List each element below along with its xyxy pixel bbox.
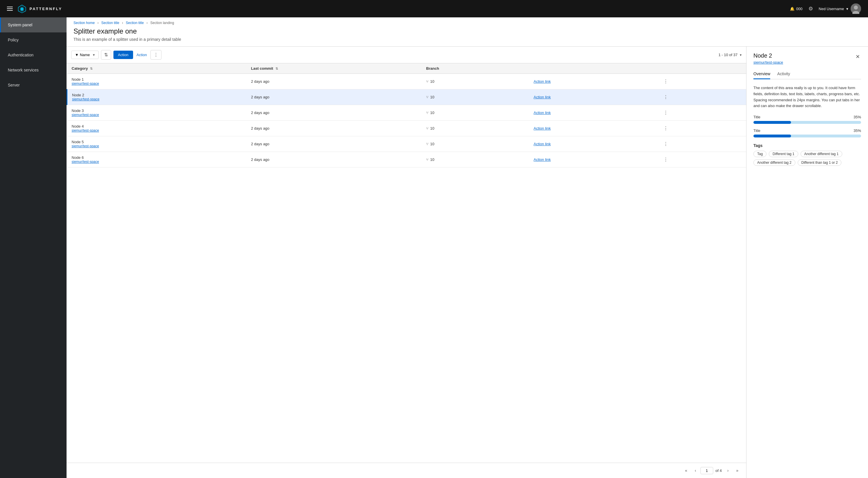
user-menu[interactable]: Ned Username ▾: [819, 3, 861, 14]
tags-title: Tags: [753, 143, 861, 148]
tag-item-1[interactable]: Different tag 1: [769, 151, 798, 157]
cell-last-commit: 2 days ago: [246, 121, 421, 136]
action-link-button[interactable]: Action: [135, 51, 148, 59]
cell-category: Node 6 siemur/test-space: [67, 152, 247, 167]
pagination-summary: 1 - 10 of 37 ▾: [718, 53, 742, 57]
settings-icon[interactable]: ⚙: [808, 5, 813, 12]
tag-item-0[interactable]: Tag: [753, 151, 767, 157]
action-primary-button[interactable]: Action: [114, 51, 133, 59]
cell-action-link[interactable]: Action link: [529, 89, 656, 105]
detail-description: The content of this area really is up to…: [753, 85, 861, 109]
row-action-link[interactable]: Action link: [533, 142, 551, 146]
breadcrumb-section-title-2[interactable]: Section title: [126, 21, 144, 25]
node-name: Node 6: [72, 155, 84, 160]
row-action-link[interactable]: Action link: [533, 79, 551, 84]
nav-actions: 🔔 000 ⚙ Ned Username ▾: [790, 3, 861, 14]
detail-header: Node 2 siemur/test-space ✕: [746, 46, 868, 65]
filter-label: Name: [80, 53, 90, 57]
sidebar-item-system-panel[interactable]: System panel: [0, 18, 66, 32]
progress-fill-1: [753, 134, 791, 137]
node-link[interactable]: siemur/test-space: [72, 128, 242, 132]
progress-section-1: Title 35%: [753, 128, 861, 137]
cell-row-more[interactable]: ⋮: [656, 152, 746, 167]
tags-section: Tags TagDifferent tag 1Another different…: [753, 143, 861, 166]
tab-overview[interactable]: Overview: [753, 69, 770, 79]
row-more-button[interactable]: ⋮: [661, 77, 671, 85]
table-area: ▼ Name ▾ ⇅ Action Action ⋮ 1 - 10 of 37 …: [66, 46, 868, 478]
cell-row-more[interactable]: ⋮: [656, 89, 746, 105]
sidebar-item-policy[interactable]: Policy: [0, 32, 66, 47]
branch-icon: ⑂: [426, 142, 429, 146]
table-row[interactable]: Node 4 siemur/test-space 2 days ago ⑂ 10…: [67, 121, 746, 136]
node-link[interactable]: siemur/test-space: [72, 113, 242, 117]
breadcrumb: Section home › Section title › Section t…: [66, 18, 868, 25]
detail-link[interactable]: siemur/test-space: [753, 60, 783, 65]
prev-page-button[interactable]: ‹: [691, 467, 699, 475]
first-page-button[interactable]: «: [682, 467, 690, 475]
cell-row-more[interactable]: ⋮: [656, 121, 746, 136]
svg-point-4: [854, 5, 858, 9]
sidebar-item-network-services[interactable]: Network services: [0, 63, 66, 77]
breadcrumb-section-title-1[interactable]: Section title: [101, 21, 119, 25]
cell-action-link[interactable]: Action link: [529, 121, 656, 136]
tag-item-2[interactable]: Another different tag 1: [801, 151, 842, 157]
row-action-link[interactable]: Action link: [533, 95, 551, 99]
cell-action-link[interactable]: Action link: [529, 136, 656, 152]
table-row[interactable]: Node 5 siemur/test-space 2 days ago ⑂ 10…: [67, 136, 746, 152]
cell-row-more[interactable]: ⋮: [656, 105, 746, 121]
toolbar-more-button[interactable]: ⋮: [151, 50, 161, 60]
breadcrumb-current: Section landing: [151, 21, 174, 25]
row-more-button[interactable]: ⋮: [661, 156, 671, 163]
row-more-button[interactable]: ⋮: [661, 109, 671, 117]
tag-item-3[interactable]: Another different tag 2: [753, 159, 795, 166]
breadcrumb-section-home[interactable]: Section home: [73, 21, 95, 25]
branch-count: 10: [430, 95, 434, 99]
sort-button[interactable]: ⇅: [101, 50, 111, 60]
row-action-link[interactable]: Action link: [533, 110, 551, 115]
detail-title-area: Node 2 siemur/test-space: [753, 52, 783, 65]
data-table: Category ⇅ Last commit ⇅ Branch Node 1 s…: [66, 63, 746, 463]
sidebar: System panelPolicyAuthenticationNetwork …: [0, 18, 66, 478]
progress-pct-0: 35%: [854, 115, 861, 119]
node-link[interactable]: siemur/test-space: [72, 160, 242, 164]
cell-last-commit: 2 days ago: [246, 105, 421, 121]
cell-action-link[interactable]: Action link: [529, 105, 656, 121]
cell-branch: ⑂ 10: [422, 152, 529, 167]
cell-action-link[interactable]: Action link: [529, 74, 656, 89]
page-number-input[interactable]: [701, 467, 713, 474]
cell-row-more[interactable]: ⋮: [656, 136, 746, 152]
cell-branch: ⑂ 10: [422, 74, 529, 89]
progress-fill-0: [753, 121, 791, 124]
filter-dropdown[interactable]: ▼ Name ▾: [71, 51, 99, 59]
table-row[interactable]: Node 3 siemur/test-space 2 days ago ⑂ 10…: [67, 105, 746, 121]
sidebar-item-server[interactable]: Server: [0, 77, 66, 93]
node-link[interactable]: siemur/test-space: [72, 82, 242, 86]
tab-activity[interactable]: Activity: [777, 69, 790, 79]
cell-row-more[interactable]: ⋮: [656, 74, 746, 89]
col-last-commit: Last commit ⇅: [246, 63, 421, 74]
page-header: Splitter example one This is an example …: [66, 25, 868, 46]
row-more-button[interactable]: ⋮: [661, 140, 671, 148]
node-link[interactable]: siemur/test-space: [72, 144, 242, 148]
row-more-button[interactable]: ⋮: [661, 124, 671, 132]
avatar: [850, 3, 861, 14]
col-category: Category ⇅: [67, 63, 247, 74]
hamburger-menu[interactable]: [7, 7, 13, 11]
node-link[interactable]: siemur/test-space: [72, 97, 242, 101]
notifications-button[interactable]: 🔔 000: [790, 7, 803, 11]
table-row[interactable]: Node 2 siemur/test-space 2 days ago ⑂ 10…: [67, 89, 746, 105]
row-more-button[interactable]: ⋮: [661, 93, 671, 101]
cell-action-link[interactable]: Action link: [529, 152, 656, 167]
last-page-button[interactable]: »: [733, 467, 742, 475]
detail-close-button[interactable]: ✕: [855, 52, 861, 61]
row-action-link[interactable]: Action link: [533, 157, 551, 162]
main-layout: System panelPolicyAuthenticationNetwork …: [0, 18, 868, 478]
table-row[interactable]: Node 1 siemur/test-space 2 days ago ⑂ 10…: [67, 74, 746, 89]
next-page-button[interactable]: ›: [724, 467, 732, 475]
progress-label-row-0: Title 35%: [753, 115, 861, 119]
row-action-link[interactable]: Action link: [533, 126, 551, 130]
node-name: Node 1: [72, 77, 84, 82]
sidebar-item-authentication[interactable]: Authentication: [0, 47, 66, 63]
table-row[interactable]: Node 6 siemur/test-space 2 days ago ⑂ 10…: [67, 152, 746, 167]
tag-item-4[interactable]: Different than tag 1 or 2: [798, 159, 842, 166]
